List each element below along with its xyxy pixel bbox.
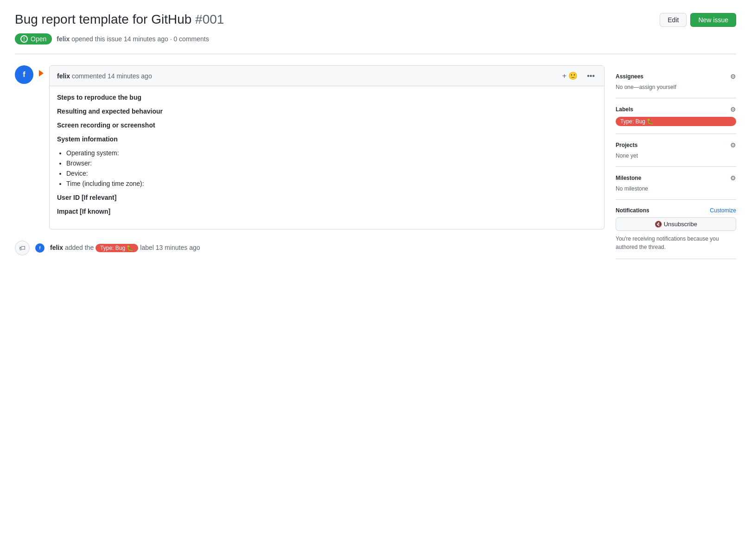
timeline-avatar: f	[35, 243, 45, 253]
comment-box: felix commented 14 minutes ago + 🙂 •••	[49, 65, 605, 229]
header-buttons: Edit New issue	[660, 13, 736, 27]
section-user-id: User ID [If relevant]	[57, 194, 597, 201]
comment-content: Steps to reproduce the bug Resulting and…	[50, 86, 604, 229]
commenter-name: felix	[57, 72, 70, 80]
issue-sidebar: Assignees ⚙ No one—assign yourself Label…	[616, 65, 736, 259]
timeline-author: felix	[50, 244, 63, 251]
issue-number: #001	[195, 12, 224, 26]
new-issue-button[interactable]: New issue	[690, 13, 736, 27]
emoji-icon: 🙂	[568, 71, 578, 80]
header-divider	[15, 54, 736, 54]
list-item-browser: Browser:	[66, 159, 597, 167]
issue-time: 14 minutes ago	[124, 35, 168, 43]
unsubscribe-button[interactable]: 🔇 Unsubscribe	[616, 217, 736, 231]
section-recording: Screen recording or screenshot	[57, 121, 597, 129]
notifications-title: Notifications	[616, 207, 649, 214]
milestone-title: Milestone	[616, 175, 641, 181]
labels-badge: Type: Bug 🐛	[616, 117, 736, 126]
open-icon: !	[20, 35, 28, 43]
status-badge: ! Open	[15, 33, 52, 45]
comment-menu-button[interactable]: •••	[585, 71, 597, 81]
comment-connector	[39, 70, 44, 76]
plus-icon: +	[562, 72, 566, 80]
comment-author-text: felix commented 14 minutes ago	[57, 72, 152, 80]
issue-body: f felix commented 14 minutes ago + 🙂	[15, 65, 736, 259]
section-behaviour: Resulting and expected behaviour	[57, 108, 597, 115]
triangle-icon	[39, 70, 44, 76]
comment-actions: + 🙂 •••	[560, 70, 597, 81]
sidebar-assignees: Assignees ⚙ No one—assign yourself	[616, 65, 736, 98]
comment-header: felix commented 14 minutes ago + 🙂 •••	[50, 66, 604, 86]
notifications-row: Notifications Customize	[616, 207, 736, 214]
issue-header: Bug report template for GitHub #001 Edit…	[15, 11, 736, 28]
system-info-list: Operating system: Browser: Device: Time …	[66, 149, 597, 187]
timeline-event: 🏷 f felix added the Type: Bug 🐛 label 13…	[15, 237, 605, 259]
sidebar-projects: Projects ⚙ None yet	[616, 134, 736, 167]
label-badge-timeline: Type: Bug 🐛	[95, 244, 138, 252]
milestone-value: No milestone	[616, 185, 736, 192]
labels-header: Labels ⚙	[616, 106, 736, 113]
comment-count: 0 comments	[173, 35, 209, 43]
add-reaction-button[interactable]: + 🙂	[560, 70, 579, 81]
label-event-icon: 🏷	[15, 241, 30, 255]
sidebar-notifications: Notifications Customize 🔇 Unsubscribe Yo…	[616, 200, 736, 259]
projects-title: Projects	[616, 142, 637, 148]
meta-text: felix opened this issue 14 minutes ago ·…	[57, 35, 209, 43]
ellipsis-icon: •••	[587, 72, 595, 80]
section-system-info: System information	[57, 135, 597, 143]
issue-meta: ! Open felix opened this issue 14 minute…	[15, 33, 736, 45]
milestone-gear-button[interactable]: ⚙	[730, 174, 736, 182]
labels-gear-button[interactable]: ⚙	[730, 106, 736, 113]
assignees-header: Assignees ⚙	[616, 73, 736, 80]
section-reproduce: Steps to reproduce the bug	[57, 94, 597, 101]
issue-title-text: Bug report template for GitHub	[15, 12, 191, 26]
timeline-text: felix added the Type: Bug 🐛 label 13 min…	[50, 244, 200, 252]
list-item-time: Time (including time zone):	[66, 180, 597, 187]
list-item-os: Operating system:	[66, 149, 597, 157]
status-text: Open	[31, 35, 46, 43]
notifications-note: You're receiving notifications because y…	[616, 235, 736, 251]
tag-icon: 🏷	[19, 244, 25, 252]
customize-link[interactable]: Customize	[710, 207, 736, 214]
list-item-device: Device:	[66, 170, 597, 177]
milestone-header: Milestone ⚙	[616, 174, 736, 182]
timeline-time: 13 minutes ago	[156, 244, 200, 251]
labels-title: Labels	[616, 106, 633, 113]
comment-wrapper: f felix commented 14 minutes ago + 🙂	[15, 65, 605, 229]
projects-header: Projects ⚙	[616, 141, 736, 149]
section-impact: Impact [If known]	[57, 208, 597, 215]
comment-time: commented 14 minutes ago	[72, 72, 152, 80]
assignees-gear-button[interactable]: ⚙	[730, 73, 736, 80]
edit-button[interactable]: Edit	[660, 13, 687, 27]
issue-title: Bug report template for GitHub #001	[15, 11, 224, 28]
avatar: f	[15, 65, 33, 84]
issue-author: felix	[57, 35, 70, 43]
sidebar-milestone: Milestone ⚙ No milestone	[616, 167, 736, 200]
projects-value: None yet	[616, 153, 736, 159]
projects-gear-button[interactable]: ⚙	[730, 141, 736, 149]
assignees-title: Assignees	[616, 73, 643, 80]
issue-timeline: f felix commented 14 minutes ago + 🙂	[15, 65, 605, 259]
sidebar-labels: Labels ⚙ Type: Bug 🐛	[616, 98, 736, 134]
assignees-value: No one—assign yourself	[616, 84, 736, 90]
